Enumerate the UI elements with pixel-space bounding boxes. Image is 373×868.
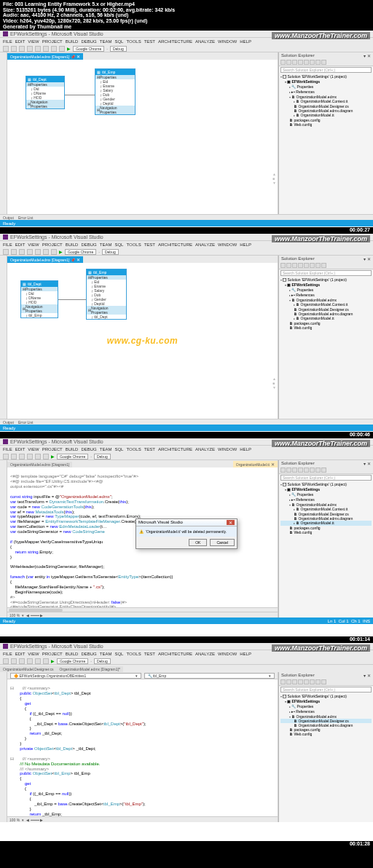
watermark: www.ManzoorTheTrainer.com	[272, 32, 370, 39]
panel-controls[interactable]: ▾ ✕	[364, 53, 371, 58]
menu-view[interactable]: VIEW	[28, 39, 39, 44]
entity-header: ▦tbl_Dept	[26, 76, 64, 82]
close-icon[interactable]: ✕	[76, 54, 80, 59]
solution-toolbar[interactable]	[279, 59, 373, 66]
tab-row: OrganizationModel.edmx [Diagram1]📌✕	[7, 52, 278, 60]
menu-edit[interactable]: EDIT	[15, 39, 25, 44]
menu-team[interactable]: TEAM	[100, 39, 112, 44]
browser-dropdown[interactable]: Google Chrome	[73, 46, 104, 52]
start-button[interactable]: ▶	[67, 46, 71, 51]
timestamp-2: 00:00:46	[0, 432, 373, 438]
entity-tbl-dept[interactable]: ▦tbl_Dept ⊟ Properties Did DName HOD ⊟ N…	[20, 280, 58, 318]
menu-window[interactable]: WINDOW	[218, 39, 237, 44]
new-icon[interactable]	[19, 46, 25, 52]
menu-sql[interactable]: SQL	[114, 39, 123, 44]
entity-tbl-dept[interactable]: ▦tbl_Dept ⊟ Properties Did DName HOD ⊟ N…	[25, 76, 65, 109]
file-info-block: File: 003 Learning Entity Framework 5.x …	[0, 0, 373, 31]
entity-tbl-emp[interactable]: ▦tbl_Emp ⊟ Properties Eid Ename Salary D…	[95, 68, 136, 115]
tree-web: 🗎 Web.config	[280, 122, 372, 127]
tree-project: ▣ EFWorkSettings	[280, 79, 372, 84]
left-strip	[0, 52, 7, 214]
relation-line[interactable]	[58, 299, 86, 300]
screenshot-4: www.ManzoorTheTrainer.com EFWorkSettings…	[0, 643, 373, 841]
tree-solution: 🞎 Solution 'EFWorkSettings' (1 project)	[280, 74, 372, 79]
menu-project[interactable]: PROJECT	[42, 39, 63, 44]
relation-line[interactable]	[65, 95, 95, 95]
panel-title: Solution Explorer	[281, 53, 315, 58]
toolbar[interactable]: ▶ Google Chrome · Debug	[0, 45, 373, 52]
code-editor[interactable]: ⊟ /// <summary> public ObjectSet<tbl_Dep…	[7, 679, 278, 816]
video-line: Video: h264, yuv420p, 1280x720, 282 kb/s…	[3, 18, 370, 24]
scroll-marker: ▲■▼	[272, 172, 276, 185]
pin-icon[interactable]: 📌	[71, 55, 75, 59]
member-dropdown[interactable]: 🔧 tbl_Emp▾	[144, 673, 275, 679]
size-line: Size: 5135261 bytes (4.90 MiB), duration…	[3, 7, 370, 13]
audio-line: Audio: aac, 44100 Hz, 2 channels, s16, 5…	[3, 12, 370, 18]
menu-help[interactable]: HELP	[240, 39, 251, 44]
timestamp-4: 00:01:28	[0, 841, 373, 848]
menu-file[interactable]: FILE	[3, 39, 12, 44]
redo-icon[interactable]	[59, 46, 65, 52]
bottom-tabs[interactable]: OutputError List	[0, 214, 373, 220]
nav-back-icon[interactable]	[3, 46, 9, 52]
zoom-control[interactable]: 100 %▾◀ ━━━━ ▶	[7, 612, 278, 618]
screenshot-2: www.ManzoorTheTrainer.com EFWorkSettings…	[0, 234, 373, 432]
solution-explorer: Solution Explorer▾ ✕ Search Solution Exp…	[278, 52, 373, 214]
undo-icon[interactable]	[51, 46, 57, 52]
nav-fwd-icon[interactable]	[11, 46, 17, 52]
timestamp-1: 00:00:27	[0, 227, 373, 234]
nav-dropdowns[interactable]: 🔶 EFWorkSettings.OrganizationDBEntities1…	[7, 672, 278, 679]
menu-tools[interactable]: TOOLS	[126, 39, 141, 44]
entity-tbl-emp[interactable]: ▦tbl_Emp ⊟ Properties Eid Ename Salary D…	[86, 269, 127, 320]
dialog-title: Microsoft Visual Studio	[138, 520, 183, 525]
watermark: www.ManzoorTheTrainer.com	[272, 235, 370, 242]
open-icon[interactable]	[27, 46, 33, 52]
dialog-message: 'OrganizationModel.tt' will be deleted p…	[146, 529, 227, 534]
menu-analyze[interactable]: ANALYZE	[195, 39, 215, 44]
menu-test[interactable]: TEST	[144, 39, 155, 44]
entity-nav-hdr: ⊟ Navigation Properties	[26, 100, 64, 108]
dialog-close-icon[interactable]: ✕	[227, 520, 235, 525]
solution-tree[interactable]: 🞎 Solution 'EFWorkSettings' (1 project) …	[279, 74, 373, 127]
scrollbar-h[interactable]	[7, 607, 278, 612]
tree-references: ▸▪ References	[280, 90, 372, 95]
edmx-designer[interactable]: ▦tbl_Dept ⊟ Properties Did DName HOD ⊟ N…	[7, 263, 278, 419]
tree-tt-selected[interactable]: 🗎 OrganizationModel.tt	[280, 521, 372, 526]
timestamp-3: 00:01:14	[0, 636, 373, 643]
center-watermark: www.cg-ku.com	[107, 336, 178, 346]
tab-diagram[interactable]: OrganizationModel.edmx [Diagram1]📌✕	[7, 53, 83, 60]
screenshot-1: www.ManzoorTheTrainer.com EFWorkSettings…	[0, 31, 373, 227]
tree-edmx: 🗎 OrganizationModel.edmx	[280, 95, 372, 100]
tree-properties: 🔧 Properties	[280, 84, 372, 90]
edmx-designer[interactable]: ▦tbl_Dept ⊟ Properties Did DName HOD ⊟ N…	[7, 60, 278, 214]
solution-search[interactable]: Search Solution Explorer (Ctrl+;)	[280, 67, 372, 73]
editor-pane: OrganizationModel.edmx [Diagram1]📌✕ ▦tbl…	[7, 52, 278, 214]
saveall-icon[interactable]	[43, 46, 49, 52]
generated-line: Generated by Thumbnail me	[3, 24, 370, 30]
save-icon[interactable]	[35, 46, 41, 52]
confirm-dialog: Microsoft Visual Studio✕ ⚠️'Organization…	[136, 518, 237, 549]
status-bar: Ready	[0, 220, 373, 226]
screenshot-3: www.ManzoorTheTrainer.com EFWorkSettings…	[0, 438, 373, 636]
tree-tt: 🗎 OrganizationModel.tt	[280, 113, 372, 118]
class-dropdown[interactable]: 🔶 EFWorkSettings.OrganizationDBEntities1…	[10, 673, 141, 679]
menu-debug[interactable]: DEBUG	[81, 39, 96, 44]
vs-icon	[3, 31, 8, 36]
file-line: File: 003 Learning Entity Framework 5.x …	[3, 1, 370, 7]
config-dropdown[interactable]: Debug	[110, 46, 127, 52]
menu-build[interactable]: BUILD	[66, 39, 79, 44]
ok-button[interactable]: OK	[189, 539, 207, 546]
warning-icon: ⚠️	[139, 529, 144, 534]
cancel-button[interactable]: Cancel	[210, 539, 235, 546]
tree-ctx: 🗎 OrganizationModel.Context.tt	[280, 99, 372, 104]
menu-arch[interactable]: ARCHITECTURE	[158, 39, 192, 44]
